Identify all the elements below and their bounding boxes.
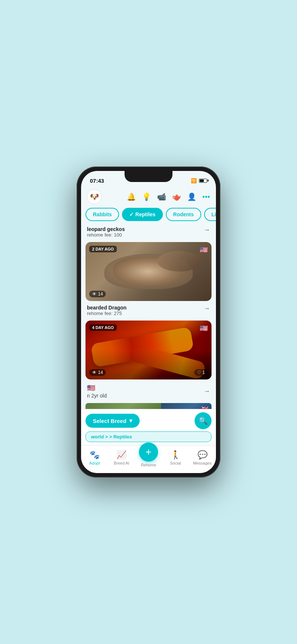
- uk-flag-icon: 🇬🇧: [201, 405, 209, 409]
- bottom-nav: 🐾 Adopt 📈 Breed AI + Rehome 🚶 Social 💬 M…: [81, 445, 216, 473]
- more-icon[interactable]: •••: [202, 193, 210, 201]
- snake-eye-icon: 👁: [92, 370, 97, 375]
- check-icon: ✓: [129, 211, 134, 217]
- listing-bearded[interactable]: bearded Dragon rehome fee: 275 →: [85, 302, 212, 321]
- card-snake-views-count: 14: [98, 370, 103, 375]
- search-refresh-icon: 🔍: [199, 416, 208, 425]
- nav-messages-label: Messages: [193, 461, 212, 465]
- nav-rehome[interactable]: + Rehome: [137, 448, 160, 467]
- listing-snake-arrow[interactable]: →: [203, 388, 210, 395]
- tab-livestock[interactable]: Livestock: [204, 208, 216, 221]
- breadcrumb-pill[interactable]: world > > Reptiles: [85, 431, 212, 442]
- chart-icon: 📈: [116, 450, 126, 460]
- listing-leopard-title: leopard geckos: [87, 226, 203, 232]
- card-bearded-views-count: 14: [98, 291, 103, 297]
- nav-adopt[interactable]: 🐾 Adopt: [84, 450, 106, 465]
- video-icon[interactable]: 📹: [157, 192, 166, 201]
- nav-adopt-label: Adopt: [89, 461, 100, 465]
- tab-reptiles[interactable]: ✓Reptiles: [122, 208, 163, 221]
- idea-icon[interactable]: 💡: [142, 192, 151, 201]
- tab-rabbits-label: Rabbits: [93, 211, 112, 217]
- eye-icon: 👁: [92, 291, 97, 297]
- overlay-controls-row: Select Breed ▾ 🔍: [85, 412, 212, 429]
- nav-messages[interactable]: 💬 Messages: [191, 450, 213, 465]
- nav-social-label: Social: [170, 461, 181, 465]
- top-nav: 🐶 🔔 💡 📹 🫖 👤 •••: [81, 187, 216, 206]
- listing-snake-partial[interactable]: 🇺🇸 n 2yr old →: [85, 381, 212, 401]
- card-snake-views: 👁 14: [89, 369, 106, 376]
- lizard-head: [157, 251, 202, 272]
- listing-leopard-info: leopard geckos rehome fee: 100: [87, 226, 203, 238]
- battery-icon: [199, 179, 207, 183]
- tab-rodents-label: Rodents: [173, 211, 194, 217]
- listing-bearded-arrow[interactable]: →: [203, 305, 210, 312]
- card-snake[interactable]: 4 DAY AGO 🇺🇸 👁 14 ♡ 1: [85, 321, 212, 379]
- messages-icon: 💬: [198, 450, 207, 460]
- user-settings-icon[interactable]: 👤: [187, 192, 196, 201]
- select-breed-label: Select Breed: [93, 418, 126, 424]
- card-snake-heart[interactable]: ♡ 1: [194, 369, 208, 376]
- app-logo[interactable]: 🐶: [87, 189, 102, 204]
- phone-frame: 07:43 🛜 🐶 🔔 💡 📹 🫖 👤 ••• Rab: [77, 167, 220, 477]
- nav-breed-ai[interactable]: 📈 Breed AI: [111, 450, 133, 465]
- status-icons: 🛜: [191, 178, 207, 183]
- listing-bearded-price: rehome fee: 275: [87, 311, 203, 316]
- cup-icon[interactable]: 🫖: [172, 192, 181, 201]
- listing-snake-partial-text: n 2yr old: [87, 393, 203, 399]
- tab-rodents[interactable]: Rodents: [166, 208, 201, 221]
- listing-bearded-title: bearded Dragon: [87, 305, 203, 311]
- social-icon: 🚶: [171, 450, 181, 460]
- bell-icon[interactable]: 🔔: [127, 192, 136, 201]
- battery-fill: [200, 179, 204, 182]
- partial-flag: 🇺🇸: [87, 384, 95, 392]
- listing-leopard-price: rehome fee: 100: [87, 232, 203, 238]
- plus-icon: +: [146, 446, 151, 458]
- listing-leopard[interactable]: leopard geckos rehome fee: 100 →: [85, 224, 212, 242]
- notch: [125, 171, 172, 182]
- tab-rabbits[interactable]: Rabbits: [85, 208, 119, 221]
- card-bearded-ago: 2 DAY AGO: [89, 246, 117, 252]
- chat-fab-button[interactable]: 🔍: [195, 412, 212, 429]
- listing-bearded-info: bearded Dragon rehome fee: 275: [87, 305, 203, 316]
- listings-scroll[interactable]: leopard geckos rehome fee: 100 → 2 DAY A…: [81, 224, 216, 409]
- thumb-green-section: [85, 403, 161, 409]
- tab-livestock-label: Livestock: [212, 211, 216, 217]
- card-snake-image: 4 DAY AGO 🇺🇸 👁 14 ♡ 1: [85, 321, 212, 379]
- nav-breed-ai-label: Breed AI: [114, 461, 129, 465]
- select-breed-button[interactable]: Select Breed ▾: [85, 414, 140, 428]
- wifi-icon: 🛜: [191, 178, 197, 183]
- card-snake-flag: 🇺🇸: [200, 324, 208, 332]
- listing-leopard-arrow[interactable]: →: [203, 226, 210, 234]
- category-tabs: Rabbits ✓Reptiles Rodents Livestock P: [81, 206, 216, 224]
- tab-reptiles-label: Reptiles: [135, 211, 155, 217]
- thumbnail-strip: 🇬🇧: [85, 403, 212, 409]
- phone-screen: 07:43 🛜 🐶 🔔 💡 📹 🫖 👤 ••• Rab: [81, 171, 216, 473]
- card-snake-ago: 4 DAY AGO: [89, 324, 117, 331]
- paw-icon: 🐾: [90, 450, 99, 460]
- card-bearded-views: 👁 14: [89, 291, 106, 297]
- status-time: 07:43: [90, 178, 104, 184]
- card-bearded-dragon[interactable]: 2 DAY AGO 🇺🇸 👁 14: [85, 242, 212, 301]
- card-bearded-image: 2 DAY AGO 🇺🇸 👁 14: [85, 242, 212, 301]
- nav-social[interactable]: 🚶 Social: [164, 450, 186, 465]
- dropdown-arrow-icon: ▾: [129, 417, 132, 424]
- nav-icons-row: 🔔 💡 📹 🫖 👤 •••: [127, 192, 210, 201]
- overlay-bottom: Select Breed ▾ 🔍 world > > Reptiles: [81, 409, 216, 445]
- nav-rehome-label: Rehome: [141, 463, 156, 467]
- card-bearded-flag: 🇺🇸: [200, 246, 208, 254]
- rehome-fab-button[interactable]: +: [139, 442, 158, 462]
